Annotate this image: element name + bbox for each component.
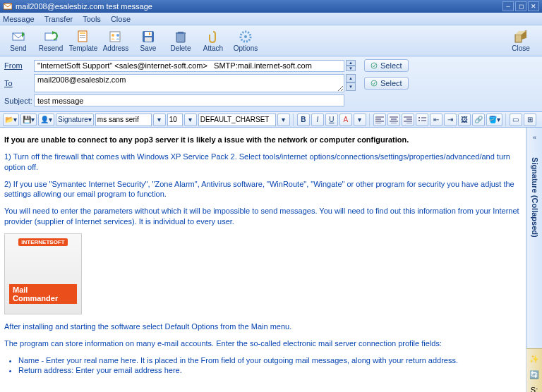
- close-window-button[interactable]: ✕: [528, 1, 539, 11]
- insert-link-button[interactable]: 🔗: [472, 114, 485, 126]
- minimize-button[interactable]: –: [502, 1, 514, 11]
- signature-panel: « Signature (Collapsed): [526, 128, 542, 348]
- italic-button[interactable]: I: [311, 114, 324, 126]
- svg-point-20: [371, 63, 377, 68]
- body-p4: After installing and starting the softwa…: [4, 321, 522, 331]
- menu-close[interactable]: Close: [111, 15, 131, 23]
- size-select[interactable]: [167, 114, 183, 126]
- save-button[interactable]: Save: [133, 27, 164, 55]
- svg-rect-12: [149, 32, 150, 35]
- wand-icon[interactable]: ✨: [529, 353, 540, 365]
- address-button[interactable]: Address: [100, 27, 131, 55]
- svg-rect-13: [145, 37, 152, 42]
- message-body[interactable]: If you are unable to connect to any pop3…: [0, 128, 526, 392]
- attach-button[interactable]: Attach: [198, 27, 229, 55]
- profile-icon[interactable]: 👤▾: [38, 114, 54, 126]
- to-down[interactable]: ▼: [346, 82, 356, 91]
- to-up[interactable]: ▲: [346, 74, 356, 82]
- layout1-button[interactable]: ▭: [510, 114, 522, 126]
- body-p5: The program can store information on man…: [4, 338, 522, 348]
- editor-toolbar: 📂▾ 💾▾ 👤▾ Signature ▾ ▾ ▾ ▾ B I U A ▾ ⇤ ⇥…: [0, 112, 542, 128]
- svg-point-17: [244, 35, 247, 38]
- svg-rect-4: [80, 32, 85, 34]
- fill-color-button[interactable]: 🪣▾: [486, 114, 502, 126]
- charset-select[interactable]: [198, 114, 276, 126]
- svg-rect-5: [80, 35, 85, 36]
- bg-color-button[interactable]: ▾: [354, 114, 366, 126]
- body-p2: 2) If you use "Symantec Internet Securit…: [4, 179, 522, 200]
- resend-button[interactable]: Resend: [35, 27, 66, 55]
- subject-label: Subject:: [4, 97, 34, 105]
- header-fields: From ▲▼ Select To ▲▼ Select Subject:: [0, 56, 542, 112]
- menu-tools[interactable]: Tools: [83, 15, 101, 23]
- bullet-list-button[interactable]: [416, 114, 428, 126]
- send-button[interactable]: Send: [3, 27, 34, 55]
- align-left-button[interactable]: [373, 114, 386, 126]
- from-label[interactable]: From: [4, 61, 34, 70]
- svg-rect-7: [110, 32, 120, 42]
- insert-image-button[interactable]: 🖼: [458, 114, 471, 126]
- menu-transfer[interactable]: Transfer: [44, 15, 73, 23]
- app-icon: [3, 1, 13, 11]
- product-box-image: INTERNETSOFT Mail Commander: [4, 233, 82, 314]
- svg-point-8: [112, 34, 114, 37]
- main-toolbar: Send Resend Template Address Save Delete…: [0, 25, 542, 56]
- layout2-button[interactable]: ⊞: [524, 114, 536, 126]
- side-select-icon[interactable]: S:: [529, 384, 540, 392]
- refresh-icon[interactable]: 🔄: [529, 369, 540, 380]
- open-icon[interactable]: 📂▾: [3, 114, 19, 126]
- size-dd[interactable]: ▾: [184, 114, 197, 126]
- from-select-button[interactable]: Select: [364, 59, 409, 72]
- options-button[interactable]: Options: [230, 27, 261, 55]
- font-select[interactable]: [95, 114, 152, 126]
- template-button[interactable]: Template: [68, 27, 99, 55]
- svg-point-21: [371, 80, 377, 86]
- from-input[interactable]: [34, 60, 344, 72]
- to-label[interactable]: To: [4, 79, 34, 87]
- svg-point-9: [116, 34, 119, 37]
- window-title: mail2008@esalesbiz.com test message: [16, 2, 502, 11]
- to-select-button[interactable]: Select: [364, 77, 409, 90]
- align-center-button[interactable]: [387, 114, 400, 126]
- svg-point-23: [418, 120, 420, 121]
- from-up[interactable]: ▲: [346, 60, 356, 66]
- body-li1: Name - Enter your real name here. It is …: [18, 356, 522, 365]
- signature-dropdown[interactable]: Signature ▾: [56, 114, 94, 126]
- to-input[interactable]: [34, 74, 344, 92]
- svg-rect-11: [145, 32, 152, 36]
- delete-button[interactable]: Delete: [165, 27, 196, 55]
- menu-message[interactable]: Message: [3, 15, 35, 23]
- from-down[interactable]: ▼: [346, 66, 356, 71]
- body-p3: You will need to enter the parameters wi…: [4, 206, 522, 226]
- body-li2: Return address: Enter your email address…: [18, 366, 522, 374]
- body-heading: If you are unable to connect to any pop3…: [4, 135, 409, 144]
- bold-button[interactable]: B: [297, 114, 310, 126]
- subject-input[interactable]: [34, 94, 344, 106]
- svg-point-22: [418, 117, 420, 118]
- svg-rect-18: [515, 35, 522, 42]
- align-right-button[interactable]: [402, 114, 414, 126]
- save-icon[interactable]: 💾▾: [20, 114, 37, 126]
- side-actions: ✨ 🔄 S:: [526, 348, 542, 392]
- menu-bar: Message Transfer Tools Close: [0, 13, 542, 25]
- indent-button[interactable]: ⇥: [444, 114, 457, 126]
- underline-button[interactable]: U: [325, 114, 338, 126]
- font-color-button[interactable]: A: [339, 114, 352, 126]
- svg-rect-15: [176, 32, 186, 34]
- collapse-chevron-icon[interactable]: «: [529, 132, 541, 143]
- font-dd[interactable]: ▾: [153, 114, 166, 126]
- maximize-button[interactable]: ◻: [515, 1, 526, 11]
- signature-panel-label[interactable]: Signature (Collapsed): [531, 157, 539, 238]
- title-bar: mail2008@esalesbiz.com test message – ◻ …: [0, 0, 542, 13]
- close-button[interactable]: Close: [505, 27, 536, 55]
- svg-rect-6: [80, 37, 85, 38]
- outdent-button[interactable]: ⇤: [430, 114, 442, 126]
- charset-dd[interactable]: ▾: [277, 114, 290, 126]
- body-p1: 1) Turn off the firewall that comes with…: [4, 152, 522, 172]
